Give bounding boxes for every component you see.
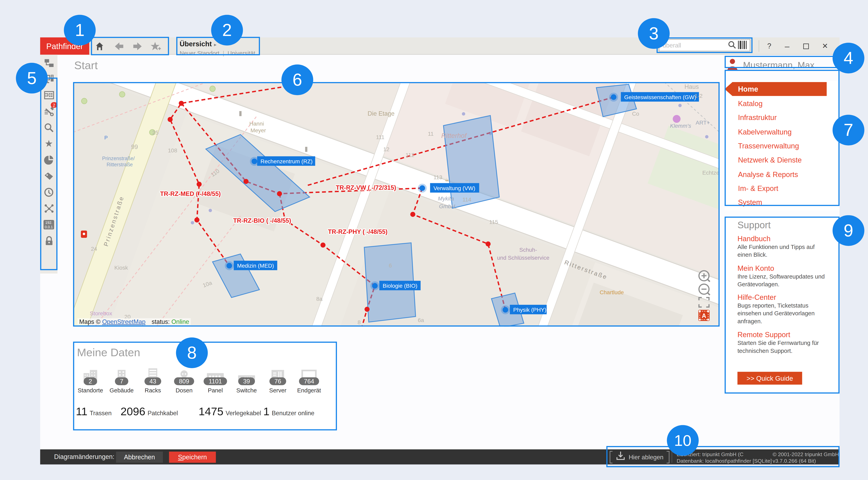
menu-item-trassenverwaltung[interactable]: Trassenverwaltung (725, 139, 840, 153)
minimize-button[interactable]: – (781, 39, 793, 52)
breadcrumb-sub-left[interactable]: Neuer Standort (180, 50, 219, 56)
tag-icon[interactable] (40, 168, 57, 184)
meine-daten-item-racks[interactable]: 43Racks (137, 363, 168, 394)
search-icon[interactable] (40, 119, 57, 136)
trasse-label: TR-RZ-MED ( -/48/55) (160, 190, 221, 197)
meine-daten-item-server[interactable]: 76Server (262, 363, 293, 394)
map-view[interactable]: TR-RZ-MED ( -/48/55)TR-RZ-BIO ( -/48/55)… (73, 82, 719, 327)
attribution-prefix: Maps © (79, 318, 100, 325)
svg-text:8a: 8a (316, 296, 322, 302)
support-desc-remote-support: Starten Sie die Fernwartung für technisc… (737, 339, 828, 355)
menu-item-netzwerk-dienste[interactable]: Netzwerk & Dienste (725, 153, 840, 167)
menu-item-kabelverwaltung[interactable]: Kabelverwaltung (725, 125, 840, 139)
floorplan-icon[interactable] (40, 87, 57, 103)
breadcrumb-arrow-icon: ▸ (214, 42, 217, 48)
pie-chart-icon[interactable] (40, 152, 57, 168)
help-button[interactable]: ? (763, 39, 775, 52)
add-favorite-icon[interactable] (150, 41, 162, 52)
lock-icon[interactable] (40, 233, 57, 249)
meine-daten-panel: Meine Daten 2Standorte7Gebäude43Racks809… (73, 342, 337, 430)
svg-text:und Schlüsselservice: und Schlüsselservice (497, 255, 549, 261)
breadcrumb-title[interactable]: Übersicht (180, 40, 212, 48)
svg-text:99: 99 (131, 144, 138, 150)
building-verwaltung-vw[interactable] (443, 116, 499, 208)
search-input[interactable] (659, 39, 750, 52)
item-label: Standorte (78, 387, 103, 394)
cancel-button[interactable]: Abbrechen (116, 451, 163, 462)
sites-icon[interactable] (40, 55, 57, 71)
favorites-icon[interactable]: ★ (40, 136, 57, 152)
item-label: Panel (208, 387, 223, 394)
status-value: Online (171, 318, 189, 325)
breadcrumb-sub-right[interactable]: Universität (227, 50, 255, 56)
map-canvas[interactable]: TR-RZ-MED ( -/48/55)TR-RZ-BIO ( -/48/55)… (73, 82, 719, 327)
svg-text:112: 112 (406, 152, 414, 158)
save-button[interactable]: Speichern (169, 451, 216, 462)
save-rest: peichern (182, 454, 207, 460)
osm-link[interactable]: OpenStreetMap (102, 318, 146, 325)
search-icon[interactable] (728, 41, 736, 51)
stat-trassen: 11Trassen (76, 405, 112, 418)
history-icon[interactable] (40, 184, 57, 200)
zoom-out-icon[interactable] (699, 284, 710, 295)
diagram-changes-label: Diagramänderungen: (54, 453, 115, 460)
user-account[interactable]: Mustermann, Max (726, 58, 814, 72)
svg-text:Verwaltung (VW): Verwaltung (VW) (433, 185, 475, 191)
user-name: Mustermann, Max (743, 60, 815, 70)
svg-text:Chartlude: Chartlude (599, 289, 624, 295)
menu-item-im-export[interactable]: Im- & Export (725, 181, 840, 196)
meine-daten-item-standorte[interactable]: 2Standorte (75, 363, 106, 394)
topology-icon[interactable] (40, 201, 57, 216)
ip-address-icon[interactable]: 192.0.0.1 (40, 216, 57, 233)
toolbar-divider (758, 40, 759, 52)
stat-patchkabel: 2096Patchkabel (121, 405, 178, 418)
svg-text:Prinzenstraße/: Prinzenstraße/ (102, 156, 135, 161)
app-logo[interactable]: Pathfinder (40, 37, 89, 55)
support-title: Support (737, 220, 839, 231)
svg-text:12: 12 (383, 146, 389, 152)
meine-daten-item-switche[interactable]: 39Switche (231, 363, 262, 394)
menu-item-analyse-reports[interactable]: Analyse & Reports (725, 167, 840, 181)
forward-icon[interactable] (131, 41, 143, 52)
menu-item-katalog[interactable]: Katalog (725, 96, 840, 111)
version-info: © 2001-2022 tripunkt GmbH v3.7.0.266 (64… (773, 451, 839, 464)
close-button[interactable]: ✕ (819, 39, 831, 52)
back-icon[interactable] (113, 41, 125, 52)
breadcrumb[interactable]: Übersicht▸ Neuer Standort|Universität (180, 38, 255, 56)
save-accesskey: S (178, 454, 182, 460)
support-desc-hilfe-center: Bugs reporten, Ticketstatus einsehen und… (737, 302, 828, 325)
barcode-scan-icon[interactable] (738, 41, 747, 51)
restore-button[interactable] (800, 39, 812, 52)
menu-item-infrastruktur[interactable]: Infrastruktur (725, 111, 840, 125)
svg-text:Haus: Haus (685, 83, 699, 90)
svg-text:Rechenzentrum (RZ): Rechenzentrum (RZ) (260, 158, 312, 164)
support-link-hilfe-center[interactable]: Hilfe-Center (737, 293, 828, 302)
tools-icon[interactable]: 2 (40, 103, 57, 119)
svg-text:Medizin (MED): Medizin (MED) (237, 263, 274, 269)
support-link-remote-support[interactable]: Remote Support (737, 330, 828, 339)
version-line: v3.7.0.266 (64 Bit) (773, 458, 839, 464)
svg-text:Hanni: Hanni (249, 121, 264, 127)
menu-item-home[interactable]: Home (725, 82, 827, 96)
svg-text:Die Etage: Die Etage (368, 110, 395, 117)
zoom-in-icon[interactable] (699, 271, 710, 282)
meine-daten-item-geb-ude[interactable]: 7Gebäude (106, 363, 137, 394)
meine-daten-item-endger-t[interactable]: 764Endgerät (293, 363, 324, 394)
drop-zone-label: Hier ablegen (629, 454, 663, 460)
drop-zone[interactable]: Hier ablegen (610, 450, 670, 463)
workstation-icon[interactable] (40, 71, 57, 87)
meine-daten-title: Meine Daten (77, 346, 141, 359)
svg-text:Schuh-: Schuh- (519, 247, 537, 253)
menu-item-system[interactable]: System (725, 196, 840, 210)
annotation-mode-icon[interactable]: A (699, 310, 710, 321)
quick-guide-button[interactable]: >> Quick Guide (737, 372, 802, 385)
svg-text:111: 111 (376, 134, 384, 140)
meine-daten-item-panel[interactable]: 1101Panel (200, 363, 231, 394)
svg-text:Storebox: Storebox (90, 310, 112, 317)
home-icon[interactable] (93, 41, 105, 52)
support-link-handbuch[interactable]: Handbuch (737, 234, 828, 243)
meine-daten-item-dosen[interactable]: 809Dosen (168, 363, 200, 394)
svg-text:Meyer: Meyer (251, 127, 266, 133)
item-label: Endgerät (297, 387, 321, 394)
support-link-mein-konto[interactable]: Mein Konto (737, 264, 828, 272)
